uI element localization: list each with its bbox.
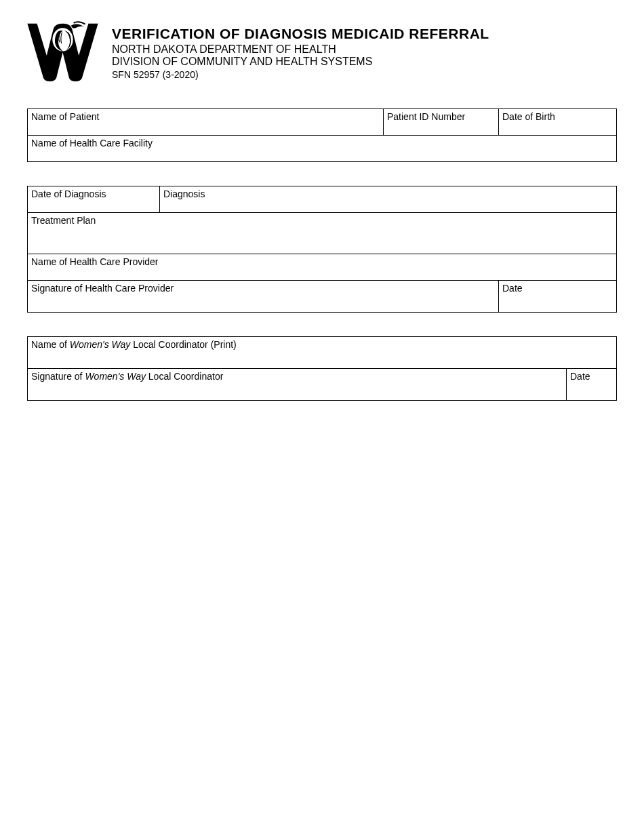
coordinator-signature-suffix: Local Coordinator: [146, 371, 223, 382]
date-of-birth-field[interactable]: Date of Birth: [499, 109, 616, 135]
division-name: DIVISION OF COMMUNITY AND HEALTH SYSTEMS: [112, 56, 489, 68]
provider-name-label: Name of Health Care Provider: [31, 256, 159, 267]
coordinator-signature-date-label: Date: [570, 371, 590, 382]
coordinator-signature-prefix: Signature of: [31, 371, 85, 382]
coordinator-section: Name of Women's Way Local Coordinator (P…: [27, 336, 617, 401]
diagnosis-row-4: Signature of Health Care Provider Date: [28, 281, 616, 312]
coordinator-row-2: Signature of Women's Way Local Coordinat…: [28, 369, 616, 400]
diagnosis-row-2: Treatment Plan: [28, 213, 616, 254]
form-title: VERIFICATION OF DIAGNOSIS MEDICAID REFER…: [112, 26, 489, 42]
name-of-patient-field[interactable]: Name of Patient: [28, 109, 384, 135]
patient-row-2: Name of Health Care Facility: [28, 136, 616, 161]
facility-name-field[interactable]: Name of Health Care Facility: [28, 136, 616, 161]
form-number: SFN 52957 (3-2020): [112, 69, 489, 80]
patient-info-section: Name of Patient Patient ID Number Date o…: [27, 108, 617, 162]
facility-name-label: Name of Health Care Facility: [31, 138, 153, 148]
header-text-block: VERIFICATION OF DIAGNOSIS MEDICAID REFER…: [112, 20, 489, 80]
name-of-patient-label: Name of Patient: [31, 111, 99, 122]
provider-name-field[interactable]: Name of Health Care Provider: [28, 254, 616, 280]
provider-signature-label: Signature of Health Care Provider: [31, 283, 174, 294]
coordinator-name-prefix: Name of: [31, 339, 70, 350]
womens-way-italic-2: Women's Way: [85, 371, 146, 382]
womens-way-italic-1: Women's Way: [70, 339, 131, 350]
diagnosis-row-3: Name of Health Care Provider: [28, 254, 616, 281]
treatment-plan-label: Treatment Plan: [31, 215, 96, 226]
coordinator-signature-date-field[interactable]: Date: [567, 369, 616, 400]
provider-signature-date-label: Date: [502, 283, 523, 294]
patient-id-label: Patient ID Number: [387, 111, 465, 122]
treatment-plan-field[interactable]: Treatment Plan: [28, 213, 616, 254]
provider-signature-date-field[interactable]: Date: [499, 281, 616, 312]
date-of-diagnosis-field[interactable]: Date of Diagnosis: [28, 186, 160, 212]
date-of-diagnosis-label: Date of Diagnosis: [31, 188, 106, 199]
date-of-birth-label: Date of Birth: [502, 111, 555, 122]
department-name: NORTH DAKOTA DEPARTMENT OF HEALTH: [112, 43, 489, 56]
diagnosis-field[interactable]: Diagnosis: [160, 186, 616, 212]
coordinator-name-field[interactable]: Name of Women's Way Local Coordinator (P…: [28, 337, 616, 368]
form-header: VERIFICATION OF DIAGNOSIS MEDICAID REFER…: [27, 20, 617, 81]
coordinator-name-suffix: Local Coordinator (Print): [130, 339, 236, 350]
diagnosis-section: Date of Diagnosis Diagnosis Treatment Pl…: [27, 186, 617, 313]
coordinator-signature-field[interactable]: Signature of Women's Way Local Coordinat…: [28, 369, 567, 400]
diagnosis-label: Diagnosis: [163, 188, 205, 199]
coordinator-row-1: Name of Women's Way Local Coordinator (P…: [28, 337, 616, 369]
patient-id-field[interactable]: Patient ID Number: [384, 109, 499, 135]
diagnosis-row-1: Date of Diagnosis Diagnosis: [28, 186, 616, 213]
provider-signature-field[interactable]: Signature of Health Care Provider: [28, 281, 499, 312]
womens-way-logo: [27, 20, 98, 81]
patient-row-1: Name of Patient Patient ID Number Date o…: [28, 109, 616, 136]
